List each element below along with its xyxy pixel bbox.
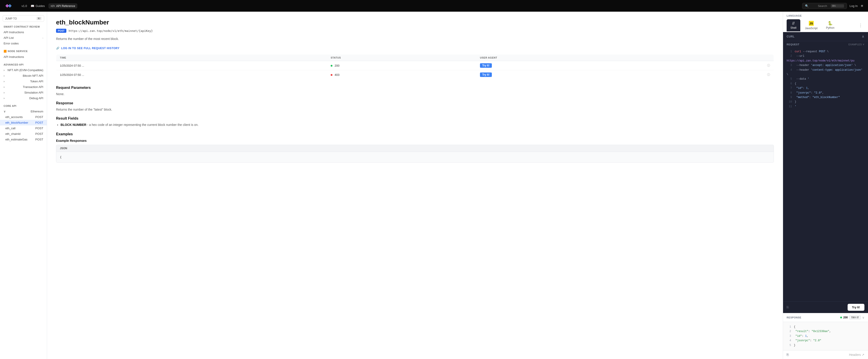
code-line: 9 "method": "eth_blockNumber" <box>786 95 864 100</box>
response-status: 200 TRY IT ∨ <box>840 315 864 320</box>
row-user-agent: Try It! <box>476 70 686 79</box>
link-icon: 🔗 <box>56 47 59 50</box>
code-line: 7 "id": 1, <box>786 86 864 90</box>
col-status: STATUS <box>327 55 476 61</box>
nav-guides[interactable]: 📖 Guides <box>31 4 45 8</box>
list-item: BLOCK NUMBER - a hex code of an integer … <box>61 122 774 128</box>
code-line: 4 --header 'content-type: application/js… <box>786 68 864 77</box>
sidebar-item-api-list[interactable]: API List › <box>0 35 47 40</box>
chevron-right-icon: › <box>42 36 43 39</box>
json-tab[interactable]: JSON <box>56 145 774 152</box>
search-bar[interactable]: 🔍 Search ⌘K <box>802 3 847 9</box>
code-line: 1curl --request POST \ <box>786 49 864 54</box>
sidebar-item-api-instructions-sc[interactable]: API Instructions <box>0 29 47 35</box>
sidebar-item-bitcoin-nft[interactable]: › Bitcoin NFT API <box>0 73 47 79</box>
post-badge: POST <box>35 121 43 124</box>
lang-tabs: // Shell JS JavaScript 🐍 Python ⋮ <box>786 19 864 32</box>
curl-header: CURL ∧ <box>783 32 868 41</box>
code-line: 3 --header 'accept: application/json' \ <box>786 63 864 67</box>
jump-kbd: ⌘/ <box>36 17 42 20</box>
copy-icon[interactable]: ⎘ <box>786 305 789 309</box>
try-it-big-button[interactable]: Try It! <box>847 304 864 311</box>
sidebar-item-token-api[interactable]: › Token API <box>0 79 47 84</box>
curl-footer: ⎘ Try It! <box>783 301 868 313</box>
status-dot-red <box>331 74 333 76</box>
request-params-value: None. <box>56 91 774 96</box>
request-header: REQUEST EXAMPLES ∨ <box>783 41 868 48</box>
code-line: 2 --url https://api.zan.top/node/v1/eth/… <box>786 54 864 63</box>
col-user-agent: USER AGENT <box>476 55 686 61</box>
section-advanced-api: ADVANCED API <box>0 63 47 66</box>
response-heading: Response <box>56 101 774 105</box>
curl-expand-icon[interactable]: ∧ <box>862 34 864 38</box>
sidebar-item-eth-estimategas[interactable]: eth_estimateGas POST <box>0 137 47 142</box>
more-languages-icon[interactable]: ⋮ <box>857 22 864 29</box>
request-label: REQUEST <box>786 43 799 46</box>
main-content: eth_blockNumber POST https://api.zan.top… <box>47 12 783 359</box>
expand-icon[interactable]: ∨ <box>862 316 864 319</box>
endpoint-row: POST https://api.zan.top/node/v1/eth/mai… <box>56 29 774 33</box>
login-banner[interactable]: 🔗 LOG IN TO SEE FULL REQUEST HISTORY <box>56 47 774 50</box>
response-section: RESPONSE 200 TRY IT ∨ 1{ 2 "result": "0x… <box>783 313 868 359</box>
info-icon-2[interactable]: ⓘ <box>767 73 770 77</box>
search-kbd: ⌘K <box>831 4 844 8</box>
sidebar-item-transaction-api[interactable]: › Transaction API <box>0 84 47 90</box>
code-line: 10} <box>786 100 864 104</box>
sidebar-item-error-codes[interactable]: Error codes <box>0 40 47 46</box>
post-badge: POST <box>35 115 43 119</box>
headers-expand[interactable]: Headers ↗ <box>849 353 864 357</box>
sidebar-item-eth-chainid[interactable]: eth_chainId POST <box>0 131 47 137</box>
top-nav: v1.0 📖 Guides </> API Reference 🔍 Search… <box>0 0 868 12</box>
section-smart-contract: SMART CONTRACT REVIEW <box>0 25 47 28</box>
language-label: LANGUAGE <box>786 15 864 17</box>
tab-javascript[interactable]: JS JavaScript <box>801 19 822 32</box>
description: Returns the number of the most recent bl… <box>56 36 774 41</box>
status-dot-green <box>331 65 333 67</box>
tab-python[interactable]: 🐍 Python <box>822 19 838 31</box>
info-icon-1[interactable]: ⓘ <box>767 63 770 67</box>
sidebar-item-simulation-api[interactable]: › Simulation API <box>0 90 47 95</box>
response-text: Returns the number of the "latest" block… <box>56 107 774 112</box>
sidebar-item-eth-call[interactable]: eth_call POST <box>0 126 47 131</box>
logo[interactable] <box>4 3 12 8</box>
right-panel: LANGUAGE // Shell JS JavaScript 🐍 Python… <box>783 12 868 359</box>
nav-version[interactable]: v1.0 <box>22 4 27 8</box>
sidebar-item-api-instructions-ns[interactable]: API Instructions <box>0 54 47 60</box>
post-badge: POST <box>35 127 43 130</box>
code-block: 1curl --request POST \ 2 --url https://a… <box>783 48 868 301</box>
response-header: RESPONSE 200 TRY IT ∨ <box>783 313 868 322</box>
sidebar-item-eth-blocknumber[interactable]: eth_blockNumber POST <box>0 120 47 126</box>
try-it-button-2[interactable]: Try It! <box>480 73 492 77</box>
request-params-heading: Request Parameters <box>56 86 774 90</box>
row-time: 1/25/2024 07:50 ... <box>56 70 327 79</box>
section-core-api: CORE API <box>0 105 47 107</box>
sidebar-item-eth-accounts[interactable]: eth_accounts POST <box>0 114 47 120</box>
shell-icon: // <box>792 21 795 25</box>
code-line: 11' <box>786 104 864 109</box>
theme-toggle[interactable]: ☀ <box>860 4 864 8</box>
login-button[interactable]: Log In <box>849 4 858 8</box>
sidebar-item-ethereum[interactable]: ∨ Ethereum <box>0 109 47 114</box>
try-it-button-1[interactable]: Try It! <box>480 63 492 68</box>
javascript-icon: JS <box>809 21 814 26</box>
response-label: RESPONSE <box>786 316 801 319</box>
code-line: 2 "result": "0x12330ae", <box>786 329 864 334</box>
sidebar-jump[interactable]: JUMP TO ⌘/ <box>3 15 44 22</box>
examples-label-right[interactable]: EXAMPLES ∨ <box>848 43 864 46</box>
nav-api-ref[interactable]: </> API Reference <box>49 3 78 8</box>
tab-shell[interactable]: // Shell <box>786 19 800 31</box>
sidebar-item-nft-api[interactable]: › NFT API (EVM-Compatible) <box>0 67 47 73</box>
history-table: TIME STATUS USER AGENT 1/25/2024 07:50 .… <box>56 54 774 79</box>
sidebar-item-debug-api[interactable]: › Debug API <box>0 95 47 101</box>
table-row: 1/25/2024 07:50 ... 200 Try It! ⓘ <box>56 61 774 70</box>
table-row: 1/25/2024 07:50 ... 403 Try It! ⓘ <box>56 70 774 79</box>
copy-response-icon[interactable]: ⎘ <box>786 353 789 357</box>
code-line: 6{ <box>786 81 864 86</box>
result-fields-heading: Result Fields <box>56 116 774 120</box>
json-code: { <box>56 152 774 163</box>
row-status: 403 <box>327 70 476 79</box>
page-title: eth_blockNumber <box>56 19 774 26</box>
code-line: 5 --data ' <box>786 77 864 81</box>
col-time: TIME <box>56 55 327 61</box>
try-it-sm-button[interactable]: TRY IT <box>849 315 861 320</box>
